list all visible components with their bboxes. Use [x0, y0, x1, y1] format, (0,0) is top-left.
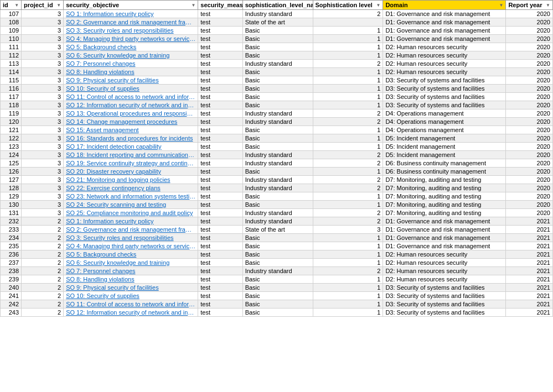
- cell-security_measure: test: [198, 143, 242, 151]
- table-row: 1273SO 21: Monitoring and logging polici…: [1, 176, 553, 184]
- cell-security_objective: SO 20: Disaster recovery capability: [64, 168, 198, 176]
- cell-report_year: 2021: [506, 226, 553, 234]
- cell-security_objective: SO 1: Information security policy: [64, 10, 198, 18]
- cell-report_year: 2021: [506, 275, 553, 284]
- table-row: 2362SO 5: Background checkstestBasic1D2:…: [1, 250, 553, 259]
- header-id[interactable]: id▼: [1, 1, 22, 10]
- cell-project_id: 2: [22, 292, 64, 300]
- cell-report_year: 2020: [506, 209, 553, 217]
- cell-sophistication_level_name: Basic: [242, 242, 313, 250]
- cell-report_year: 2021: [506, 259, 553, 267]
- header-project_id[interactable]: project_id▼: [22, 1, 64, 10]
- header-sophistication_level[interactable]: Sophistication level▼: [313, 1, 383, 10]
- cell-sophistication_level_name: Basic: [242, 134, 313, 143]
- cell-security_measure: test: [198, 85, 242, 93]
- cell-sophistication_level_name: Industry standard: [242, 109, 313, 118]
- cell-sophistication_level: [313, 18, 383, 27]
- cell-security_objective: SO 8: Handling violations: [64, 68, 198, 76]
- cell-project_id: 3: [22, 27, 64, 35]
- cell-report_year: 2020: [506, 27, 553, 35]
- cell-id: 234: [1, 234, 22, 242]
- cell-sophistication_level: 1: [313, 275, 383, 284]
- cell-security_objective: SO 2: Governance and risk management fra…: [64, 226, 198, 234]
- cell-domain: D7: Monitoring, auditing and testing: [383, 176, 506, 184]
- cell-security_objective: SO 23: Network and information systems t…: [64, 192, 198, 201]
- cell-domain: D7: Monitoring, auditing and testing: [383, 209, 506, 217]
- cell-report_year: 2020: [506, 201, 553, 209]
- header-security_objective[interactable]: security_objective▼: [64, 1, 198, 10]
- cell-domain: D3: Security of systems and facilities: [383, 76, 506, 85]
- cell-sophistication_level: 1: [313, 250, 383, 259]
- cell-domain: D4: Operations management: [383, 126, 506, 134]
- table-row: 1163SO 10: Security of suppliestestBasic…: [1, 85, 553, 93]
- cell-sophistication_level_name: Basic: [242, 250, 313, 259]
- header-report_year[interactable]: Report year▼: [506, 1, 553, 10]
- cell-id: 233: [1, 226, 22, 234]
- cell-security_measure: test: [198, 259, 242, 267]
- cell-sophistication_level_name: State of the art: [242, 226, 313, 234]
- cell-security_measure: test: [198, 209, 242, 217]
- cell-security_measure: test: [198, 242, 242, 250]
- table-row: 1073SO 1: Information security policytes…: [1, 10, 553, 18]
- cell-project_id: 2: [22, 275, 64, 284]
- cell-sophistication_level: 1: [313, 27, 383, 35]
- header-sophistication_level_name[interactable]: sophistication_level_name▼: [242, 1, 313, 10]
- table-row: 1203SO 14: Change management procedurest…: [1, 118, 553, 126]
- cell-project_id: 3: [22, 35, 64, 43]
- cell-sophistication_level: 2: [313, 217, 383, 226]
- cell-id: 115: [1, 76, 22, 85]
- cell-domain: D7: Monitoring, auditing and testing: [383, 192, 506, 201]
- cell-domain: D3: Security of systems and facilities: [383, 284, 506, 292]
- table-row: 1123SO 6: Security knowledge and trainin…: [1, 51, 553, 60]
- header-security_measure[interactable]: security_measure▼: [198, 1, 242, 10]
- cell-id: 238: [1, 267, 22, 275]
- cell-sophistication_level: 1: [313, 284, 383, 292]
- sort-icon: ▼: [191, 3, 195, 8]
- cell-sophistication_level_name: Industry standard: [242, 267, 313, 275]
- cell-sophistication_level: 2: [313, 159, 383, 168]
- cell-report_year: 2021: [506, 217, 553, 226]
- cell-sophistication_level_name: Basic: [242, 101, 313, 109]
- cell-sophistication_level_name: Basic: [242, 201, 313, 209]
- cell-domain: D2: Human resources security: [383, 68, 506, 76]
- cell-id: 117: [1, 93, 22, 101]
- cell-sophistication_level_name: Basic: [242, 300, 313, 309]
- cell-domain: D2: Human resources security: [383, 267, 506, 275]
- cell-sophistication_level_name: Industry standard: [242, 151, 313, 159]
- table-row: 1153SO 9: Physical security of facilitie…: [1, 76, 553, 85]
- cell-id: 114: [1, 68, 22, 76]
- cell-report_year: 2021: [506, 284, 553, 292]
- cell-sophistication_level: 1: [313, 242, 383, 250]
- cell-report_year: 2020: [506, 43, 553, 51]
- cell-sophistication_level_name: Basic: [242, 192, 313, 201]
- cell-id: 124: [1, 151, 22, 159]
- data-table: id▼project_id▼security_objective▼securit…: [0, 0, 553, 317]
- table-row: 2402SO 9: Physical security of facilitie…: [1, 284, 553, 292]
- cell-sophistication_level_name: Industry standard: [242, 10, 313, 18]
- cell-security_measure: test: [198, 234, 242, 242]
- cell-security_measure: test: [198, 184, 242, 192]
- cell-domain: D1: Governance and risk management: [383, 10, 506, 18]
- cell-domain: D6: Business continuity management: [383, 168, 506, 176]
- cell-id: 116: [1, 85, 22, 93]
- cell-security_measure: test: [198, 159, 242, 168]
- cell-domain: D6: Business continuity management: [383, 159, 506, 168]
- table-row: 2352SO 4: Managing third party networks …: [1, 242, 553, 250]
- table-row: 1193SO 13: Operational procedures and re…: [1, 109, 553, 118]
- cell-security_measure: test: [198, 76, 242, 85]
- cell-sophistication_level: 1: [313, 85, 383, 93]
- cell-project_id: 3: [22, 68, 64, 76]
- table-row: 2322SO 1: Information security policytes…: [1, 217, 553, 226]
- table-row: 2342SO 3: Security roles and responsibil…: [1, 234, 553, 242]
- cell-domain: D1: Governance and risk management: [383, 217, 506, 226]
- header-domain[interactable]: Domain▼: [383, 1, 506, 10]
- cell-sophistication_level: 1: [313, 192, 383, 201]
- cell-domain: D5: Incident management: [383, 151, 506, 159]
- cell-security_objective: SO 3: Security roles and responsibilitie…: [64, 234, 198, 242]
- cell-security_measure: test: [198, 275, 242, 284]
- cell-security_objective: SO 10: Security of supplies: [64, 85, 198, 93]
- cell-project_id: 3: [22, 159, 64, 168]
- cell-security_measure: test: [198, 151, 242, 159]
- cell-sophistication_level_name: Basic: [242, 68, 313, 76]
- cell-security_objective: SO 17: Incident detection capability: [64, 143, 198, 151]
